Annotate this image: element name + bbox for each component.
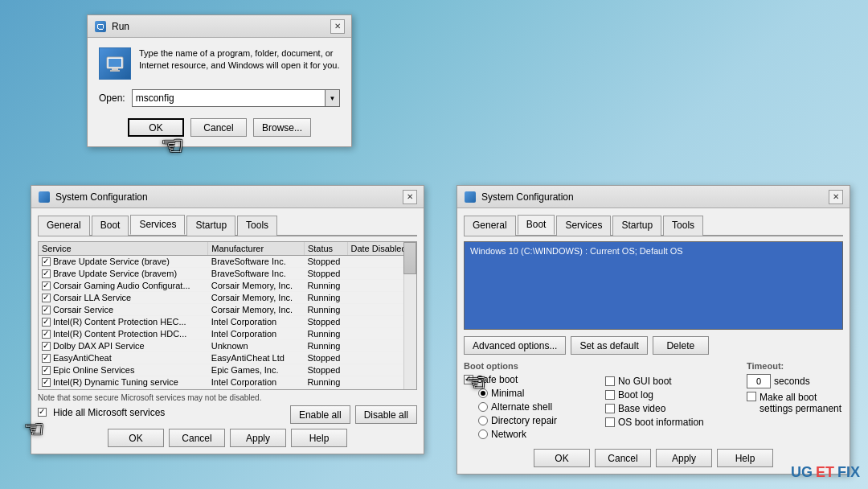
set-as-default-button[interactable]: Set as default xyxy=(571,336,647,355)
minimal-radio[interactable] xyxy=(478,388,488,398)
table-row[interactable]: Corsair Service Corsair Memory, Inc. Run… xyxy=(39,304,416,316)
col-manufacturer[interactable]: Manufacturer xyxy=(208,242,305,256)
enable-all-button[interactable]: Enable all xyxy=(290,405,350,424)
base-video-label: Base video xyxy=(618,403,665,414)
run-close-button[interactable]: ✕ xyxy=(330,19,345,34)
make-permanent-checkbox[interactable] xyxy=(747,392,756,401)
minimal-label: Minimal xyxy=(491,388,524,399)
manufacturer-cell: EasyAntiCheat Ltd xyxy=(208,352,305,364)
sysconfig-right-content: General Boot Services Startup Tools Wind… xyxy=(457,208,850,474)
manufacturer-cell: Intel Corporation xyxy=(208,316,305,328)
hide-microsoft-label: Hide all Microsoft services xyxy=(53,407,165,418)
hide-microsoft-checkbox[interactable] xyxy=(38,408,47,417)
run-content: Type the name of a program, folder, docu… xyxy=(88,38,351,146)
service-checkbox[interactable] xyxy=(42,330,51,339)
table-row[interactable]: EasyAntiCheat EasyAntiCheat Ltd Stopped xyxy=(39,352,416,364)
col-status[interactable]: Status xyxy=(304,242,347,256)
os-boot-info-label: OS boot information xyxy=(618,417,704,428)
tab-boot-left[interactable]: Boot xyxy=(92,216,129,236)
sysconfig-left-cancel-button[interactable]: Cancel xyxy=(169,429,225,447)
sysconfig-right-ok-button[interactable]: OK xyxy=(534,449,590,467)
service-checkbox[interactable] xyxy=(42,281,51,290)
run-browse-button[interactable]: Browse... xyxy=(253,118,311,137)
sysconfig-right-apply-button[interactable]: Apply xyxy=(656,449,712,467)
service-checkbox[interactable] xyxy=(42,366,51,375)
no-gui-boot-checkbox[interactable] xyxy=(605,376,615,386)
table-row[interactable]: Brave Update Service (bravem) BraveSoftw… xyxy=(39,268,416,280)
tab-startup-left[interactable]: Startup xyxy=(186,216,235,236)
table-row[interactable]: Dolby DAX API Service Unknown Running xyxy=(39,340,416,352)
sysconfig-right-cancel-button[interactable]: Cancel xyxy=(595,449,651,467)
base-video-checkbox[interactable] xyxy=(605,404,615,413)
table-row[interactable]: Brave Update Service (brave) BraveSoftwa… xyxy=(39,256,416,268)
alternate-shell-radio[interactable] xyxy=(478,402,488,412)
service-checkbox[interactable] xyxy=(42,354,51,363)
sysconfig-left-ok-button[interactable]: OK xyxy=(108,429,164,447)
tab-services-right[interactable]: Services xyxy=(556,216,611,236)
service-cell: EasyAntiCheat xyxy=(39,352,208,364)
sysconfig-left-close-button[interactable]: ✕ xyxy=(403,190,417,204)
service-checkbox[interactable] xyxy=(42,294,51,302)
watermark-fix: FIX xyxy=(837,464,860,481)
tab-startup-right[interactable]: Startup xyxy=(612,216,661,236)
table-row[interactable]: Intel(R) Content Protection HEC... Intel… xyxy=(39,316,416,328)
os-boot-info-checkbox[interactable] xyxy=(605,417,615,427)
table-row[interactable]: Fortemedia APO Control Service Fortemedi… xyxy=(39,388,416,391)
run-title-left: Run xyxy=(94,20,129,33)
run-description-text: Type the name of a program, folder, docu… xyxy=(139,47,340,72)
directory-repair-label: Directory repair xyxy=(491,415,557,426)
boot-item[interactable]: Windows 10 (C:\WINDOWS) : Current OS; De… xyxy=(466,244,841,258)
directory-repair-radio[interactable] xyxy=(478,416,488,425)
tab-tools-right[interactable]: Tools xyxy=(663,216,703,236)
boot-log-label: Boot log xyxy=(618,389,653,401)
run-header: Type the name of a program, folder, docu… xyxy=(99,47,340,80)
table-row[interactable]: Intel(R) Dynamic Tuning service Intel Co… xyxy=(39,376,416,388)
service-name: Intel(R) Dynamic Tuning service xyxy=(53,377,178,387)
service-checkbox[interactable] xyxy=(42,269,51,278)
sysconfig-right-close-button[interactable]: ✕ xyxy=(829,190,843,204)
scrollbar-track[interactable] xyxy=(403,242,416,389)
tab-general-left[interactable]: General xyxy=(38,216,90,236)
tab-general-right[interactable]: General xyxy=(464,216,516,236)
hide-microsoft-row: Hide all Microsoft services xyxy=(38,407,165,418)
advanced-options-button[interactable]: Advanced options... xyxy=(464,336,566,355)
table-row[interactable]: Intel(R) Content Protection HDC... Intel… xyxy=(39,328,416,340)
sysconfig-right-titlebar: System Configuration ✕ xyxy=(457,186,850,208)
service-checkbox[interactable] xyxy=(42,318,51,327)
service-checkbox[interactable] xyxy=(42,342,51,351)
sysconfig-left-title-left: System Configuration xyxy=(38,191,148,203)
safe-boot-checkbox[interactable] xyxy=(464,375,473,384)
service-checkbox[interactable] xyxy=(42,306,51,314)
table-row[interactable]: Epic Online Services Epic Games, Inc. St… xyxy=(39,364,416,376)
scrollbar-thumb[interactable] xyxy=(403,242,416,274)
safe-boot-row: Safe boot xyxy=(464,374,597,385)
timeout-input[interactable] xyxy=(747,374,771,388)
delete-button[interactable]: Delete xyxy=(653,336,709,355)
network-radio[interactable] xyxy=(478,429,488,439)
boot-options-left: Boot options Safe boot Minimal Alternate… xyxy=(464,361,597,442)
boot-log-checkbox[interactable] xyxy=(605,390,615,400)
run-input[interactable] xyxy=(132,89,326,107)
run-cancel-button[interactable]: Cancel xyxy=(190,118,247,137)
sysconfig-left-apply-button[interactable]: Apply xyxy=(230,429,286,447)
sysconfig-left-help-button[interactable]: Help xyxy=(291,429,347,447)
col-service[interactable]: Service xyxy=(39,242,208,256)
sysconfig-left-title-text: System Configuration xyxy=(55,191,148,203)
run-dropdown-arrow[interactable]: ▼ xyxy=(326,89,340,107)
sysconfig-right-help-button[interactable]: Help xyxy=(717,449,773,467)
tab-boot-right[interactable]: Boot xyxy=(518,215,555,235)
table-row[interactable]: Corsair LLA Service Corsair Memory, Inc.… xyxy=(39,292,416,304)
service-checkbox[interactable] xyxy=(42,257,51,266)
tab-services-left[interactable]: Services xyxy=(130,215,185,235)
service-checkbox[interactable] xyxy=(42,390,51,391)
disable-all-button[interactable]: Disable all xyxy=(355,405,417,424)
make-permanent-row: Make all boot settings permanent xyxy=(747,392,843,414)
service-checkbox[interactable] xyxy=(42,378,51,387)
sysconfig-left-titlebar: System Configuration ✕ xyxy=(31,186,424,208)
tab-tools-left[interactable]: Tools xyxy=(237,216,277,236)
run-ok-button[interactable]: OK xyxy=(128,118,184,137)
network-label: Network xyxy=(491,429,526,440)
network-row: Network xyxy=(478,429,597,440)
table-row[interactable]: Corsair Gaming Audio Configurat... Corsa… xyxy=(39,280,416,292)
service-name: Fortemedia APO Control Service xyxy=(53,389,182,390)
